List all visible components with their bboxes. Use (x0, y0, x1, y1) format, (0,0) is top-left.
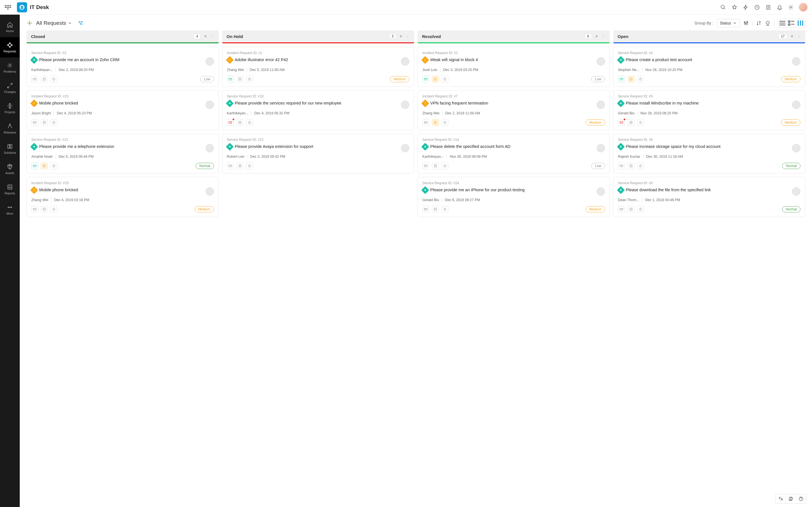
mail-icon[interactable] (422, 76, 429, 82)
timer-icon[interactable] (50, 119, 57, 126)
request-card[interactable]: Service Request ID: #8✦Please download t… (613, 177, 806, 217)
list-view-button[interactable] (778, 19, 787, 27)
groupby-select[interactable]: Status (717, 19, 740, 27)
timer-icon[interactable] (637, 163, 644, 169)
sliders-icon[interactable] (743, 20, 749, 26)
assignee-avatar[interactable] (206, 57, 214, 66)
mail-icon[interactable] (31, 76, 38, 82)
filter-icon[interactable] (78, 20, 83, 25)
mail-icon[interactable] (618, 163, 625, 169)
nav-item-projects[interactable]: Projects (0, 98, 20, 118)
note-icon[interactable] (627, 76, 635, 82)
bell-icon[interactable] (776, 4, 783, 10)
note-icon[interactable] (432, 206, 439, 213)
mail-icon[interactable] (227, 163, 234, 169)
request-card[interactable]: Incident Request ID: #2⚡Weak wifi signal… (417, 47, 610, 87)
assignee-avatar[interactable] (206, 101, 214, 109)
more-icon[interactable] (797, 34, 801, 38)
timer-icon[interactable] (442, 119, 448, 126)
nav-item-assets[interactable]: Assets (0, 159, 20, 179)
note-icon[interactable] (432, 76, 439, 82)
timer-icon[interactable] (50, 206, 57, 213)
mail-icon[interactable] (31, 163, 38, 169)
timer-icon[interactable] (637, 119, 644, 126)
assignee-avatar[interactable] (401, 101, 409, 109)
request-card[interactable]: Incident Request ID: #7⚡VPN facing frequ… (417, 90, 610, 130)
note-icon[interactable] (41, 76, 48, 82)
timer-icon[interactable] (442, 163, 448, 169)
pin-icon[interactable] (790, 34, 794, 38)
mail-icon[interactable] (422, 119, 429, 126)
request-card[interactable]: Service Request ID: #14✦Please delete th… (417, 133, 610, 173)
nav-item-problems[interactable]: Problems (0, 57, 20, 78)
note-icon[interactable] (41, 163, 48, 169)
note-icon[interactable] (237, 163, 243, 169)
timer-icon[interactable] (442, 206, 448, 213)
assignee-avatar[interactable] (401, 144, 409, 152)
assignee-avatar[interactable] (206, 187, 214, 196)
request-card[interactable]: Service Request ID: #5✦Please install Wi… (613, 90, 806, 130)
nav-item-reports[interactable]: Reports (0, 179, 20, 200)
mail-icon[interactable] (618, 206, 625, 213)
mail-icon[interactable] (618, 76, 625, 82)
pin-icon[interactable] (595, 34, 599, 38)
mail-icon[interactable] (227, 76, 234, 82)
kanban-view-button[interactable] (796, 19, 805, 27)
assignee-avatar[interactable] (792, 101, 801, 109)
request-card[interactable]: Service Request ID: #18✦Please provide t… (222, 90, 414, 130)
more-icon[interactable] (601, 34, 605, 38)
note-icon[interactable] (41, 119, 48, 126)
more-icon[interactable] (210, 34, 214, 38)
mail-icon[interactable] (227, 119, 234, 126)
pin-icon[interactable] (204, 34, 207, 38)
nav-item-changes[interactable]: Changes (0, 78, 20, 98)
timer-icon[interactable] (637, 206, 644, 213)
assignee-avatar[interactable] (597, 57, 605, 66)
mail-icon[interactable] (31, 119, 38, 126)
assignee-avatar[interactable] (792, 144, 801, 152)
assignee-avatar[interactable] (597, 144, 605, 152)
note-icon[interactable] (432, 163, 439, 169)
note-icon[interactable] (627, 163, 635, 169)
request-card[interactable]: Service Request ID: #4✦Please create a p… (613, 47, 806, 87)
timer-icon[interactable] (50, 76, 57, 82)
request-card[interactable]: Service Request ID: #3✦Please provide me… (27, 47, 219, 87)
request-card[interactable]: Service Request ID: #24✦Please provide m… (417, 177, 610, 217)
request-card[interactable]: Service Request ID: #6✦Please increase s… (613, 133, 806, 173)
view-title-dropdown[interactable]: All Requests (36, 20, 72, 26)
user-avatar[interactable] (799, 3, 808, 11)
note-icon[interactable] (237, 76, 243, 82)
assignee-avatar[interactable] (597, 101, 605, 109)
assignee-avatar[interactable] (792, 57, 801, 66)
timer-icon[interactable] (637, 76, 644, 82)
pin-icon[interactable] (399, 34, 403, 38)
more-icon[interactable] (406, 34, 410, 38)
request-card[interactable]: Service Request ID: #23✦Please provide m… (27, 133, 219, 173)
request-card[interactable]: Incident Request ID: #1⚡Adobe illustrato… (222, 47, 414, 87)
note-icon[interactable] (41, 206, 48, 213)
history-icon[interactable] (754, 4, 760, 10)
request-card[interactable]: Incident Request ID: #15⚡Mobile phone br… (27, 90, 219, 130)
apps-grid-icon[interactable] (4, 4, 11, 11)
mail-icon[interactable] (618, 119, 625, 126)
pin-icon[interactable] (731, 4, 738, 10)
assignee-avatar[interactable] (401, 57, 409, 66)
mail-icon[interactable] (422, 163, 429, 169)
clipboard-icon[interactable] (765, 4, 771, 10)
gear-icon[interactable] (788, 4, 794, 10)
sort-icon[interactable] (756, 20, 762, 26)
mail-icon[interactable] (31, 206, 38, 213)
nav-item-solutions[interactable]: Solutions (0, 138, 20, 159)
bolt-icon[interactable] (743, 4, 749, 10)
assignee-avatar[interactable] (792, 187, 801, 196)
flag-icon[interactable] (765, 20, 770, 26)
timer-icon[interactable] (442, 76, 448, 82)
detail-view-button[interactable] (787, 19, 796, 27)
nav-item-more[interactable]: More (0, 200, 20, 220)
note-icon[interactable] (627, 206, 635, 213)
note-icon[interactable] (432, 119, 439, 126)
note-icon[interactable] (627, 119, 635, 126)
timer-icon[interactable] (246, 119, 253, 126)
nav-item-requests[interactable]: Requests (0, 37, 20, 57)
timer-icon[interactable] (246, 163, 253, 169)
